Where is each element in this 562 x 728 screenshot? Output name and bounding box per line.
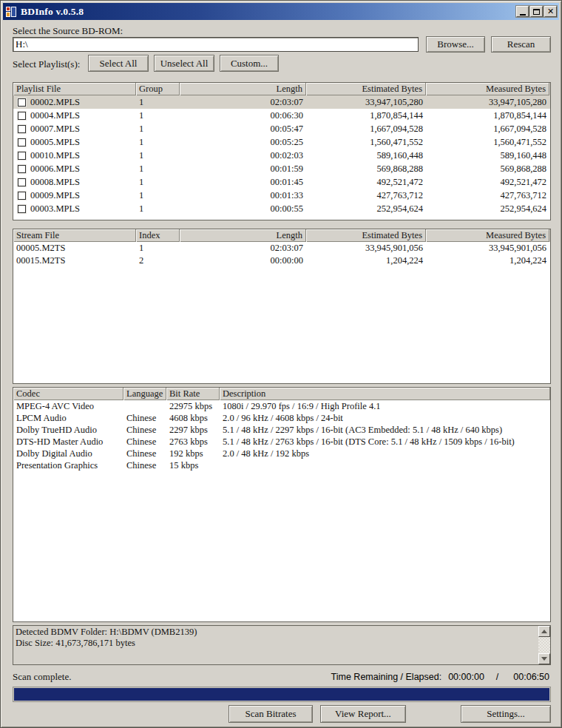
table-row[interactable]: 00007.MPLS100:05:471,667,094,5281,667,09… bbox=[13, 122, 550, 135]
cell: 33,945,901,056 bbox=[306, 243, 426, 254]
cell: 5.1 / 48 kHz / 2297 kbps / 16-bit (AC3 E… bbox=[220, 425, 550, 436]
table-row[interactable]: Presentation GraphicsChinese15 kbps bbox=[13, 459, 550, 471]
scan-info-textbox[interactable]: Detected BDMV Folder: H:\BDMV (DMB2139) … bbox=[13, 625, 551, 665]
maximize-icon bbox=[533, 9, 540, 15]
time-label: Time Remaining / Elapsed: bbox=[331, 672, 442, 682]
cell: 15 kbps bbox=[166, 460, 220, 471]
source-label: Select the Source BD-ROM: bbox=[13, 25, 123, 37]
column-header[interactable]: Length bbox=[180, 229, 306, 242]
progress-bar bbox=[13, 687, 551, 702]
cell: 492,521,472 bbox=[306, 177, 426, 188]
row-checkbox[interactable] bbox=[18, 192, 26, 200]
cell: 2.0 / 96 kHz / 4608 kbps / 24-bit bbox=[220, 413, 550, 424]
row-checkbox[interactable] bbox=[18, 125, 26, 133]
table-row[interactable]: 00003.MPLS100:00:55252,954,624252,954,62… bbox=[13, 202, 550, 215]
cell: Presentation Graphics bbox=[13, 460, 123, 471]
table-row[interactable]: 00015.M2TS200:00:001,204,2241,204,224 bbox=[13, 255, 550, 267]
column-header[interactable]: Measured Bytes bbox=[426, 229, 549, 242]
minimize-button[interactable] bbox=[516, 6, 529, 17]
cell: 00002.MPLS bbox=[13, 97, 136, 108]
app-icon bbox=[5, 6, 17, 18]
column-header[interactable]: Stream File bbox=[13, 229, 136, 242]
cell: 1 bbox=[136, 150, 180, 161]
cell: 00:00:00 bbox=[180, 255, 306, 266]
table-row[interactable]: DTS-HD Master AudioChinese2763 kbps5.1 /… bbox=[13, 436, 550, 448]
column-header[interactable]: Codec bbox=[13, 388, 123, 400]
close-button[interactable]: ✕ bbox=[544, 6, 557, 17]
cell: 569,868,288 bbox=[426, 164, 549, 175]
source-path-input[interactable] bbox=[13, 37, 419, 52]
rescan-button[interactable]: Rescan bbox=[491, 36, 551, 53]
row-checkbox[interactable] bbox=[18, 205, 26, 213]
column-header[interactable]: Language bbox=[123, 388, 166, 400]
cell: 4608 kbps bbox=[166, 413, 220, 424]
table-row[interactable]: 00006.MPLS100:01:59569,868,288569,868,28… bbox=[13, 162, 550, 175]
row-checkbox[interactable] bbox=[18, 138, 26, 146]
cell: 00007.MPLS bbox=[13, 124, 136, 135]
cell: 1 bbox=[136, 164, 180, 175]
cell: 1 bbox=[136, 177, 180, 188]
view-report-button[interactable]: View Report... bbox=[320, 705, 406, 723]
maximize-button[interactable] bbox=[530, 6, 543, 17]
list-header: Playlist FileGroupLengthEstimated BytesM… bbox=[13, 83, 550, 95]
table-row[interactable]: 00009.MPLS100:01:33427,763,712427,763,71… bbox=[13, 189, 550, 202]
column-header[interactable]: Length bbox=[180, 83, 306, 95]
table-row[interactable]: 00005.MPLS100:05:251,560,471,5521,560,47… bbox=[13, 135, 550, 149]
playlist-list: Playlist FileGroupLengthEstimated BytesM… bbox=[13, 82, 551, 220]
row-checkbox[interactable] bbox=[18, 178, 26, 186]
cell: 00:01:33 bbox=[180, 190, 306, 201]
cell: 1,870,854,144 bbox=[306, 110, 426, 121]
cell: 2763 kbps bbox=[166, 437, 220, 448]
codec-list: CodecLanguageBit RateDescriptionMPEG-4 A… bbox=[13, 387, 551, 622]
column-header[interactable]: Group bbox=[136, 83, 180, 95]
table-row[interactable]: 00010.MPLS100:02:03589,160,448589,160,44… bbox=[13, 149, 550, 162]
column-header[interactable]: Index bbox=[136, 229, 180, 242]
cell: 00008.MPLS bbox=[13, 177, 136, 188]
column-header[interactable]: Bit Rate bbox=[166, 388, 220, 400]
time-slash: / bbox=[496, 672, 498, 682]
cell: DTS-HD Master Audio bbox=[13, 437, 123, 448]
table-row[interactable]: Dolby TrueHD AudioChinese2297 kbps5.1 / … bbox=[13, 424, 550, 436]
cell: 1 bbox=[136, 124, 180, 135]
cell: 192 kbps bbox=[166, 448, 220, 459]
scan-bitrates-button[interactable]: Scan Bitrates bbox=[228, 705, 313, 723]
row-checkbox[interactable] bbox=[18, 98, 26, 107]
column-header[interactable]: Estimated Bytes bbox=[306, 83, 426, 95]
cell: Dolby TrueHD Audio bbox=[13, 425, 123, 436]
select-playlists-label: Select Playlist(s): bbox=[13, 58, 80, 70]
close-icon: ✕ bbox=[547, 7, 554, 16]
column-header[interactable]: Description bbox=[220, 388, 550, 400]
cell: 427,763,712 bbox=[306, 190, 426, 201]
unselect-all-button[interactable]: Unselect All bbox=[154, 55, 214, 72]
custom-button[interactable]: Custom... bbox=[220, 55, 279, 72]
scroll-up-button[interactable] bbox=[538, 626, 550, 637]
table-row[interactable]: 00005.M2TS102:03:0733,945,901,05633,945,… bbox=[13, 242, 550, 255]
titlebar[interactable]: BDInfo v.0.5.8 ✕ bbox=[3, 3, 559, 20]
scroll-down-button[interactable] bbox=[538, 653, 550, 664]
row-checkbox[interactable] bbox=[18, 165, 26, 173]
cell: 1 bbox=[136, 97, 180, 108]
cell: 1 bbox=[136, 190, 180, 201]
table-row[interactable]: MPEG-4 AVC Video22975 kbps1080i / 29.970… bbox=[13, 400, 550, 412]
table-row[interactable]: 00004.MPLS100:06:301,870,854,1441,870,85… bbox=[13, 109, 550, 122]
cell: 1,204,224 bbox=[306, 255, 426, 266]
column-header[interactable]: Playlist File bbox=[13, 83, 136, 95]
bdinfo-window: BDInfo v.0.5.8 ✕ Select the Source BD-RO… bbox=[0, 0, 562, 728]
cell: 5.1 / 48 kHz / 2763 kbps / 16-bit (DTS C… bbox=[220, 437, 550, 448]
settings-button[interactable]: Settings... bbox=[461, 705, 551, 723]
arrow-down-icon bbox=[541, 657, 547, 661]
info-scrollbar[interactable] bbox=[538, 626, 550, 664]
time-remaining: 00:00:00 bbox=[448, 672, 484, 682]
table-row[interactable]: Dolby Digital AudioChinese192 kbps2.0 / … bbox=[13, 448, 550, 459]
table-row[interactable]: LPCM AudioChinese4608 kbps2.0 / 96 kHz /… bbox=[13, 412, 550, 424]
cell: 492,521,472 bbox=[426, 177, 549, 188]
table-row[interactable]: 00002.MPLS102:03:0733,947,105,28033,947,… bbox=[13, 95, 550, 109]
browse-button[interactable]: Browse... bbox=[426, 36, 485, 53]
table-row[interactable]: 00008.MPLS100:01:45492,521,472492,521,47… bbox=[13, 175, 550, 189]
column-header[interactable]: Measured Bytes bbox=[426, 83, 549, 95]
row-checkbox[interactable] bbox=[18, 112, 26, 120]
cell: 1,560,471,552 bbox=[306, 137, 426, 148]
select-all-button[interactable]: Select All bbox=[88, 55, 149, 72]
column-header[interactable]: Estimated Bytes bbox=[306, 229, 426, 242]
row-checkbox[interactable] bbox=[18, 152, 26, 160]
